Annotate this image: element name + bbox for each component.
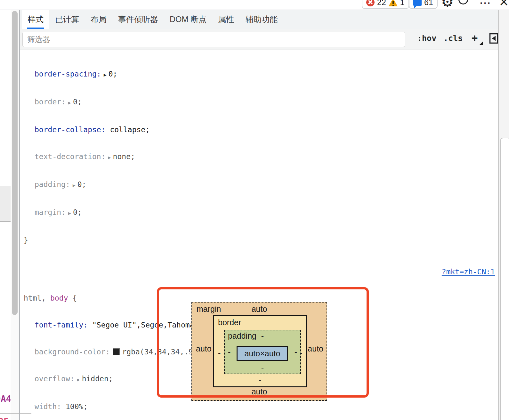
tab-layout[interactable]: 布局 bbox=[85, 10, 112, 29]
page-divider-line bbox=[0, 413, 31, 414]
stylesheet-source-link[interactable]: ?mkt=zh-CN:1 bbox=[442, 267, 495, 276]
warning-count: 1 bbox=[400, 0, 405, 7]
profile-icon[interactable] bbox=[458, 0, 468, 4]
error-count: 22 bbox=[377, 0, 386, 7]
page-scrollbar[interactable] bbox=[11, 10, 19, 420]
issues-badge-group[interactable]: 22 1 bbox=[362, 0, 409, 9]
css-declaration[interactable]: border:▶0; bbox=[24, 97, 498, 107]
comment-count: 61 bbox=[424, 0, 433, 7]
expand-arrow-icon[interactable]: ▶ bbox=[70, 182, 77, 188]
element-highlight-frame bbox=[157, 287, 369, 398]
tab-computed[interactable]: 已计算 bbox=[49, 10, 85, 29]
expand-arrow-icon[interactable]: ▶ bbox=[66, 100, 73, 106]
error-icon bbox=[366, 0, 375, 6]
css-rule-reset: border-spacing:▶0; border:▶0; border-col… bbox=[20, 50, 498, 265]
toggle-hover-state-button[interactable]: :hov bbox=[417, 34, 436, 43]
browser-toolbar: 22 1 61 ⚙ ⋯ × bbox=[0, 0, 509, 10]
close-icon[interactable]: × bbox=[499, 0, 508, 11]
overflow-menu-icon[interactable]: ⋯ bbox=[479, 0, 491, 10]
page-partial-text-2: or bbox=[0, 415, 8, 420]
page-partial-text: DA4 bbox=[0, 394, 11, 404]
css-declaration[interactable]: padding:▶0; bbox=[24, 180, 498, 190]
tab-event-listeners[interactable]: 事件侦听器 bbox=[112, 10, 164, 29]
warning-triangle-icon bbox=[389, 0, 398, 6]
css-declaration[interactable]: margin:▶0; bbox=[24, 208, 498, 218]
filter-input[interactable] bbox=[22, 32, 405, 47]
css-declaration[interactable]: border-collapse: collapse; bbox=[24, 125, 498, 134]
comments-badge-group[interactable]: 61 bbox=[409, 0, 438, 9]
toggle-element-classes-button[interactable]: .cls bbox=[443, 34, 463, 43]
css-declaration[interactable]: text-decoration:▶none; bbox=[24, 152, 498, 162]
styles-pane-scrollbar[interactable] bbox=[498, 10, 509, 420]
page-left-strip: DA4 or bbox=[0, 10, 11, 420]
new-style-rule-button[interactable]: + bbox=[472, 32, 478, 44]
devtools-left-border[interactable] bbox=[19, 10, 20, 420]
expand-arrow-icon[interactable]: ▶ bbox=[66, 210, 73, 216]
tab-styles[interactable]: 样式 bbox=[22, 10, 49, 29]
expand-arrow-icon[interactable]: ▶ bbox=[106, 155, 113, 160]
styles-filter-bar: :hov .cls + bbox=[19, 29, 498, 50]
styles-pane-scrollbar-thumb[interactable] bbox=[500, 138, 509, 420]
tab-accessibility[interactable]: 辅助功能 bbox=[240, 10, 283, 29]
new-rule-caret-icon bbox=[480, 41, 483, 45]
box-model-diagram: margin auto auto auto auto border - - - … bbox=[19, 287, 498, 409]
expand-arrow-icon[interactable]: ▶ bbox=[101, 72, 109, 78]
closing-brace: } bbox=[24, 236, 498, 245]
comment-bubble-icon bbox=[413, 0, 422, 6]
tab-dom-breakpoints[interactable]: DOM 断点 bbox=[164, 10, 212, 29]
tab-properties[interactable]: 属性 bbox=[212, 10, 240, 29]
css-declaration[interactable]: border-spacing:▶0; bbox=[24, 69, 498, 79]
page-fragment-block bbox=[0, 186, 11, 222]
page-scrollbar-thumb[interactable] bbox=[12, 11, 18, 315]
devtools-sidebar-tabs: 样式 已计算 布局 事件侦听器 DOM 断点 属性 辅助功能 bbox=[19, 10, 501, 29]
settings-gear-icon[interactable]: ⚙ bbox=[441, 0, 454, 10]
